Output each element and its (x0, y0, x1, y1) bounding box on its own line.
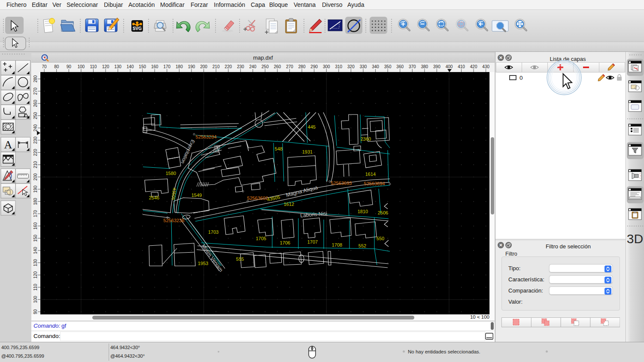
svg-text:550: 550 (377, 236, 384, 241)
svg-text:250: 250 (261, 64, 269, 69)
svg-text:300: 300 (323, 64, 330, 69)
svg-text:220: 220 (33, 149, 38, 156)
svg-text:2546: 2546 (149, 195, 159, 200)
svg-text:230: 230 (33, 136, 38, 144)
svg-text:52563693: 52563693 (331, 181, 352, 186)
svg-text:390: 390 (433, 64, 440, 69)
svg-text:1810: 1810 (358, 209, 368, 214)
svg-text:0: 0 (519, 75, 523, 81)
svg-text:200: 200 (33, 173, 38, 181)
svg-text:410: 410 (458, 64, 465, 69)
svg-text:100: 100 (78, 64, 85, 69)
svg-text:3D: 3D (627, 232, 643, 246)
svg-text:240: 240 (33, 124, 38, 132)
svg-text:70: 70 (42, 64, 47, 69)
svg-text:110: 110 (90, 64, 97, 69)
svg-text:150: 150 (33, 235, 38, 242)
svg-text:260: 260 (33, 100, 38, 107)
svg-text:420: 420 (470, 64, 477, 69)
svg-text:2360: 2360 (361, 136, 371, 142)
svg-text:370: 370 (409, 64, 416, 69)
svg-text:140: 140 (127, 64, 134, 69)
svg-text:1705: 1705 (256, 236, 266, 241)
svg-text:340: 340 (372, 64, 379, 69)
svg-text:1707: 1707 (307, 239, 318, 244)
svg-text:120: 120 (102, 64, 109, 69)
svg-text:1706: 1706 (280, 240, 290, 245)
svg-text:230: 230 (237, 64, 244, 69)
svg-text:130: 130 (33, 259, 38, 266)
svg-text:200: 200 (200, 64, 207, 69)
svg-text:250: 250 (33, 112, 38, 119)
svg-text:1580: 1580 (166, 171, 176, 176)
svg-text:240: 240 (249, 64, 257, 69)
svg-text:A: A (4, 139, 12, 151)
svg-text:140: 140 (33, 247, 38, 254)
svg-text:552: 552 (358, 243, 366, 248)
svg-text:170: 170 (164, 64, 171, 69)
svg-text:280: 280 (33, 75, 38, 82)
svg-text:80: 80 (54, 64, 59, 69)
svg-text:180: 180 (176, 64, 183, 69)
svg-text:52563692: 52563692 (247, 196, 268, 201)
svg-text:52563236: 52563236 (164, 218, 185, 223)
svg-text:430: 430 (482, 64, 489, 69)
svg-text:350: 350 (384, 64, 392, 69)
svg-text:330: 330 (360, 64, 367, 69)
svg-text:110: 110 (33, 284, 38, 290)
svg-text:220: 220 (225, 64, 232, 69)
svg-text:380: 380 (421, 64, 428, 69)
svg-text:SVG: SVG (133, 26, 142, 31)
svg-text:160: 160 (151, 64, 158, 69)
svg-text:170: 170 (33, 210, 38, 217)
svg-text:52563694: 52563694 (364, 181, 385, 186)
svg-text:270: 270 (286, 64, 293, 69)
svg-text:1708: 1708 (332, 242, 342, 247)
svg-text:210: 210 (33, 161, 38, 168)
svg-text:90: 90 (67, 64, 72, 69)
svg-text:210: 210 (213, 64, 220, 69)
svg-text:2506: 2506 (378, 210, 388, 215)
svg-text:1703: 1703 (208, 229, 219, 235)
svg-text:548: 548 (275, 146, 283, 151)
svg-text:100: 100 (33, 296, 38, 303)
svg-text:180: 180 (33, 198, 38, 205)
svg-text:400: 400 (446, 64, 453, 69)
svg-text:360: 360 (396, 64, 404, 69)
svg-text:190: 190 (33, 185, 38, 193)
svg-text:1549: 1549 (191, 193, 202, 198)
svg-text:1953: 1953 (198, 261, 208, 266)
svg-text:1614: 1614 (365, 172, 376, 177)
svg-text:52563284: 52563284 (196, 134, 217, 139)
svg-text:1931: 1931 (302, 149, 313, 154)
svg-text:280: 280 (298, 64, 306, 69)
svg-text:445: 445 (308, 124, 316, 130)
svg-text:320: 320 (347, 64, 355, 69)
svg-text:160: 160 (33, 222, 38, 229)
svg-text:1612: 1612 (284, 202, 294, 207)
svg-text:130: 130 (114, 64, 122, 69)
svg-text:260: 260 (274, 64, 281, 69)
svg-text:90: 90 (33, 309, 38, 314)
svg-text:270: 270 (33, 87, 38, 95)
svg-text:310: 310 (335, 64, 343, 69)
svg-text:150: 150 (139, 64, 146, 69)
svg-text:190: 190 (188, 64, 195, 69)
svg-text:120: 120 (33, 271, 38, 278)
svg-text:555: 555 (236, 256, 244, 262)
svg-text:290: 290 (310, 64, 318, 69)
